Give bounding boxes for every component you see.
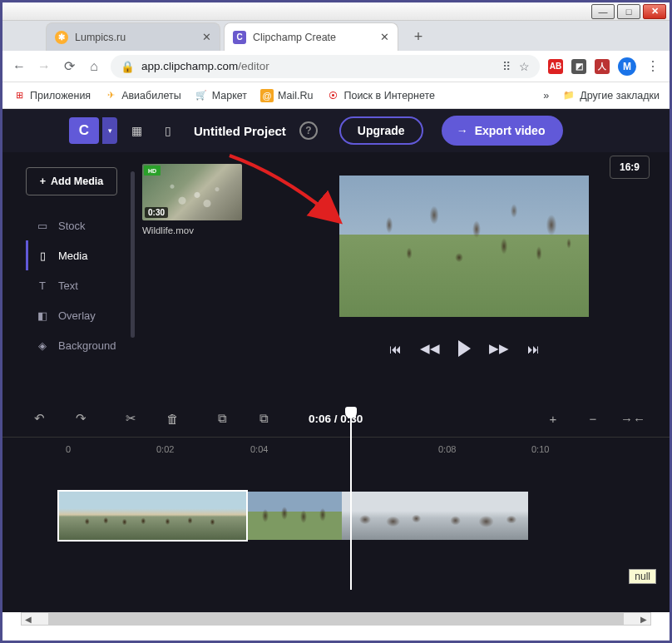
pdf-icon[interactable]: 人 [595,59,610,74]
ruler-mark: 0:04 [250,444,268,454]
hd-badge: HD [144,166,161,176]
tooltip: null [629,569,656,584]
scroll-right-icon[interactable]: ▶ [637,615,650,624]
videos-icon[interactable]: ▦ [124,118,149,143]
timeline-clip-4[interactable] [435,492,528,540]
timeline-ruler[interactable]: 0 0:02 0:04 0:08 0:10 [2,437,670,462]
browser-tab-lumpics[interactable]: ✱ Lumpics.ru ✕ [46,22,220,51]
sidebar-item-overlay[interactable]: ◧Overlay [26,300,142,330]
file-icon[interactable]: ▯ [156,118,180,143]
nav-back-icon[interactable]: ← [11,59,27,74]
logo-dropdown-icon[interactable]: ▾ [102,117,117,144]
media-icon: ▯ [35,250,50,262]
tab-title: Clipchamp Create [253,32,336,43]
forward-icon[interactable]: ▶▶ [489,341,509,356]
undo-icon[interactable]: ↶ [26,405,52,432]
export-arrow-icon: → [457,124,468,137]
zoom-in-icon[interactable]: + [540,405,566,432]
project-title[interactable]: Untitled Project [194,124,286,138]
overlay-icon: ◧ [35,309,50,322]
search-icon: ⦿ [326,89,339,102]
new-tab-button[interactable]: + [407,25,430,48]
redo-icon[interactable]: ↷ [67,405,94,432]
bookmark-other[interactable]: 📁Другие закладки [562,89,660,102]
sidebar-item-text[interactable]: TText [26,270,142,300]
playback-controls: ⏮ ◀◀ ▶▶ ⏭ [259,340,670,357]
rewind-icon[interactable]: ◀◀ [420,341,440,356]
browser-menu-icon[interactable]: ⋮ [645,58,661,74]
ruler-mark: 0:02 [156,444,174,454]
scrollbar-thumb[interactable] [48,613,624,625]
zoom-out-icon[interactable]: − [580,405,606,432]
media-duration: 0:30 [145,207,168,218]
tab-close-icon[interactable]: ✕ [202,31,211,43]
zoom-fit-icon[interactable]: →← [620,405,646,432]
clipchamp-app: C ▾ ▦ ▯ Untitled Project ? Upgrade → Exp… [2,109,670,612]
os-titlebar: — □ ✕ [2,2,670,21]
export-button[interactable]: → Export video [442,116,564,146]
split-icon[interactable]: ✂ [117,405,144,432]
timeline-clip-3[interactable] [342,492,435,540]
timeline-clip-1[interactable] [59,492,246,540]
video-preview[interactable] [339,176,589,317]
favicon-clipchamp-icon: C [233,31,246,44]
add-media-button[interactable]: + Add Media [26,167,117,195]
timeline-track[interactable]: 🔊 [2,487,670,545]
app-topbar: C ▾ ▦ ▯ Untitled Project ? Upgrade → Exp… [2,109,670,152]
media-filename: Wildlife.mov [142,225,259,235]
bookmark-search[interactable]: ⦿Поиск в Интернете [326,89,435,102]
mail-icon: @ [260,89,274,102]
plane-icon: ✈ [104,89,117,102]
bookmark-avia[interactable]: ✈Авиабилеты [104,89,181,102]
sidebar: + Add Media ▭Stock ▯Media TText ◧Overlay… [26,152,142,393]
browser-tabs: ✱ Lumpics.ru ✕ C Clipchamp Create ✕ + [2,21,670,51]
app-logo[interactable]: C [69,117,99,144]
skip-end-icon[interactable]: ⏭ [527,342,540,356]
window-minimize-button[interactable]: — [591,4,615,19]
url-path: /editor [238,60,269,72]
sidebar-item-stock[interactable]: ▭Stock [26,210,142,240]
scroll-left-icon[interactable]: ◀ [22,615,35,624]
window-maximize-button[interactable]: □ [617,4,640,19]
tab-close-icon[interactable]: ✕ [380,31,389,43]
tab-title: Lumpics.ru [75,32,126,43]
bookmark-mail[interactable]: @Mail.Ru [260,89,313,102]
skip-start-icon[interactable]: ⏮ [389,342,402,356]
extension-icon[interactable]: ◩ [571,59,586,74]
help-icon[interactable]: ? [299,121,318,140]
sidebar-item-media[interactable]: ▯Media [26,240,142,270]
window-close-button[interactable]: ✕ [643,4,666,19]
delete-icon[interactable]: 🗑 [159,405,185,432]
preview-panel: 16:9 ⏮ ◀◀ ▶▶ ⏭ [259,152,670,393]
browser-toolbar: ← → ⟳ ⌂ 🔒 app.clipchamp.com/editor ⠿ ☆ A… [2,51,670,82]
aspect-ratio-button[interactable]: 16:9 [610,156,650,179]
upgrade-button[interactable]: Upgrade [339,116,423,145]
playhead[interactable] [350,407,352,590]
bookmark-apps[interactable]: ⊞Приложения [12,89,91,102]
translate-icon[interactable]: ⠿ [502,60,511,73]
ruler-mark: 0 [66,444,71,454]
nav-forward-icon[interactable]: → [36,59,52,74]
background-icon: ◈ [35,339,50,352]
media-thumbnail[interactable]: HD 0:30 [142,164,242,220]
sidebar-item-background[interactable]: ◈Background [26,330,142,360]
profile-avatar[interactable]: M [618,57,636,76]
text-icon: T [35,279,50,292]
timeline-clip-2[interactable] [246,492,342,540]
apps-icon: ⊞ [12,89,26,102]
horizontal-scrollbar[interactable]: ◀ ▶ [21,612,651,626]
bookmark-market[interactable]: 🛒Маркет [195,89,247,102]
adblock-icon[interactable]: AB [548,59,563,74]
star-icon[interactable]: ☆ [519,60,530,73]
url-host: app.clipchamp.com [141,60,238,72]
nav-reload-icon[interactable]: ⟳ [61,58,77,74]
nav-home-icon[interactable]: ⌂ [86,59,102,74]
timeline-toolbar: ↶ ↷ ✂ 🗑 ⧉ ⧉ 0:06 / 0:30 + − →← [2,400,670,437]
address-bar[interactable]: 🔒 app.clipchamp.com/editor ⠿ ☆ [111,55,540,78]
play-icon[interactable] [458,340,471,357]
bookmark-overflow-icon[interactable]: » [543,90,549,101]
browser-tab-clipchamp[interactable]: C Clipchamp Create ✕ [224,22,398,51]
sidebar-scrollbar[interactable] [131,171,135,338]
duplicate-icon[interactable]: ⧉ [250,405,277,432]
copy-icon[interactable]: ⧉ [209,405,235,432]
